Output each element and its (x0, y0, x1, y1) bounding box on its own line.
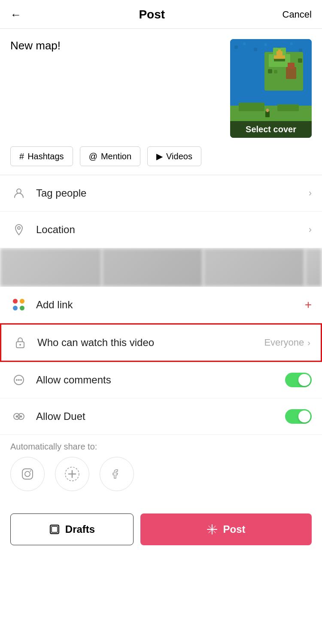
facebook-share-button[interactable] (100, 457, 134, 491)
tiktok-add-icon (64, 466, 80, 482)
cancel-button[interactable]: Cancel (283, 9, 312, 20)
svg-rect-4 (264, 43, 267, 46)
lock-icon (12, 334, 29, 351)
back-button[interactable]: ← (10, 8, 21, 21)
svg-point-37 (20, 416, 22, 418)
add-link-row[interactable]: Add link + (0, 287, 322, 323)
svg-rect-45 (52, 526, 58, 532)
svg-rect-17 (288, 63, 295, 69)
link-dots-icon (10, 296, 27, 313)
post-sparkle-icon (207, 524, 218, 535)
svg-rect-3 (254, 48, 257, 51)
svg-rect-20 (298, 58, 302, 63)
tiktok-add-share-button[interactable] (55, 457, 89, 491)
select-cover-label[interactable]: Select cover (230, 121, 312, 138)
svg-rect-38 (22, 469, 33, 479)
cover-thumbnail[interactable]: Select cover (230, 39, 312, 138)
toggle-knob (298, 374, 310, 386)
blurred-media-row (0, 248, 322, 287)
who-can-watch-label: Who can watch this video (37, 337, 264, 349)
allow-duet-row: Allow Duet (0, 398, 322, 435)
caption-text[interactable]: New map! (10, 39, 222, 52)
page-title: Post (139, 8, 165, 21)
svg-point-32 (18, 379, 20, 381)
svg-point-26 (17, 189, 21, 193)
allow-duet-toggle[interactable] (285, 409, 312, 424)
bottom-actions: Drafts Post (0, 505, 322, 554)
duet-icon (10, 408, 27, 425)
svg-rect-6 (290, 43, 293, 45)
allow-comments-toggle[interactable] (285, 373, 312, 387)
svg-rect-15 (274, 55, 285, 59)
instagram-icon (20, 466, 35, 482)
allow-duet-label: Allow Duet (36, 410, 285, 422)
comments-icon (10, 371, 27, 389)
tag-people-row[interactable]: Tag people › (0, 175, 322, 212)
plus-icon: + (305, 298, 312, 312)
chevron-right-icon-2: › (309, 224, 312, 235)
facebook-icon (109, 466, 125, 482)
share-icons-row (0, 457, 322, 501)
drafts-button[interactable]: Drafts (10, 513, 134, 545)
svg-rect-16 (286, 67, 296, 79)
instagram-share-button[interactable] (10, 457, 45, 491)
blurred-item-3 (203, 248, 305, 287)
chevron-right-icon-3: › (307, 338, 310, 348)
svg-rect-1 (234, 46, 238, 49)
hashtags-button[interactable]: # Hashtags (10, 146, 73, 166)
svg-point-29 (19, 344, 21, 346)
svg-rect-23 (277, 104, 299, 111)
blurred-item-2 (102, 248, 204, 287)
svg-rect-22 (239, 103, 264, 111)
play-icon: ▶ (156, 151, 163, 161)
dot-blue (13, 306, 18, 310)
svg-rect-7 (299, 49, 302, 52)
allow-comments-row: Allow comments (0, 362, 322, 398)
drafts-icon (49, 524, 60, 535)
chevron-right-icon: › (309, 188, 312, 199)
mention-button[interactable]: @ Mention (80, 146, 140, 166)
svg-rect-19 (274, 70, 277, 73)
videos-button[interactable]: ▶ Videos (147, 146, 201, 166)
dot-red (13, 299, 18, 304)
dot-yellow (20, 299, 24, 304)
toggle-knob-2 (298, 410, 310, 422)
svg-rect-24 (265, 111, 270, 117)
svg-point-27 (18, 227, 20, 229)
allow-comments-label: Allow comments (36, 374, 285, 386)
svg-point-39 (25, 471, 30, 477)
svg-rect-2 (243, 43, 246, 45)
person-icon (10, 185, 27, 202)
hashtag-icon: # (19, 152, 24, 161)
blurred-item-4 (305, 248, 322, 287)
location-label: Location (36, 224, 309, 236)
tags-row: # Hashtags @ Mention ▶ Videos (0, 146, 322, 175)
header: ← Post Cancel (0, 0, 322, 29)
svg-rect-18 (268, 69, 272, 73)
svg-point-33 (20, 379, 22, 381)
auto-share-label: Automatically share to: (0, 435, 322, 457)
mention-icon: @ (89, 152, 97, 161)
location-row[interactable]: Location › (0, 212, 322, 248)
svg-point-31 (16, 379, 18, 381)
post-content-area: New map! (0, 29, 322, 146)
svg-point-40 (30, 471, 31, 472)
post-button[interactable]: Post (140, 513, 312, 545)
dot-green (20, 306, 24, 310)
who-can-watch-row[interactable]: Who can watch this video Everyone › (0, 323, 322, 362)
add-link-label: Add link (36, 299, 305, 311)
who-can-watch-value: Everyone (264, 337, 304, 348)
svg-point-36 (16, 416, 18, 418)
blurred-item-1 (0, 248, 102, 287)
location-icon (10, 221, 27, 238)
svg-rect-25 (266, 109, 269, 112)
tag-people-label: Tag people (36, 187, 309, 199)
